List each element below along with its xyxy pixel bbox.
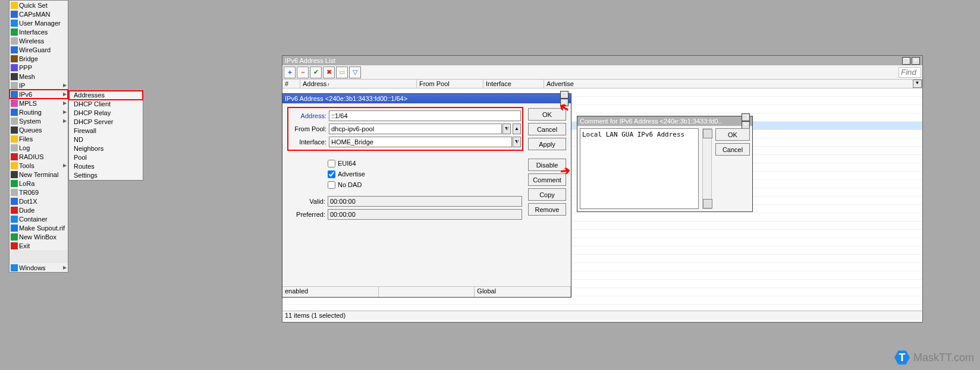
sidebar-item-newterminal[interactable]: New Terminal — [10, 170, 68, 179]
interface-input[interactable] — [329, 137, 512, 147]
list-titlebar[interactable]: IPv6 Address List ❐ ✕ — [282, 56, 922, 65]
sidebar-item-exit[interactable]: Exit — [10, 241, 68, 250]
sidebar-item-usermanager[interactable]: User Manager — [10, 18, 68, 27]
submenu-item-nd[interactable]: ND — [69, 135, 143, 144]
sidebar-item-container[interactable]: Container — [10, 214, 68, 223]
dude-icon — [11, 207, 18, 214]
sidebar-item-ip[interactable]: IP▶ — [10, 81, 68, 90]
nodad-label: No DAD — [338, 181, 362, 188]
frompool-dropdown-button[interactable]: ⧨ — [502, 124, 511, 134]
submenu-item-neighbors[interactable]: Neighbors — [69, 144, 143, 153]
remove-button[interactable]: Remove — [528, 203, 566, 216]
close-button[interactable]: ✕ — [912, 57, 920, 65]
sidebar-item-ipv6[interactable]: IPv6▶ — [10, 90, 68, 99]
sidebar-item-dude[interactable]: Dude — [10, 205, 68, 214]
eui64-checkbox[interactable] — [328, 160, 335, 167]
list-column-header: # Address/ From Pool Interface Advertise — [282, 80, 922, 88]
sidebar-item-log[interactable]: Log — [10, 143, 68, 152]
queues-icon — [11, 127, 18, 134]
ipv6-submenu: Addresses DHCP Client DHCP Relay DHCP Se… — [68, 90, 143, 181]
cancel-button[interactable]: Cancel — [528, 123, 566, 135]
disable-button[interactable]: ✖ — [323, 67, 335, 78]
sidebar-item-mesh[interactable]: Mesh — [10, 72, 68, 81]
find-input[interactable] — [899, 67, 921, 78]
col-address[interactable]: Address/ — [300, 80, 417, 88]
sidebar-item-system[interactable]: System▶ — [10, 116, 68, 125]
enable-button[interactable]: ✔ — [310, 67, 322, 78]
ipv6-icon — [11, 91, 18, 98]
sidebar-item-radius[interactable]: RADIUS — [10, 152, 68, 161]
nodad-checkbox[interactable] — [328, 181, 335, 189]
restore-button[interactable]: ❐ — [902, 57, 910, 65]
submenu-item-settings[interactable]: Settings — [69, 171, 143, 180]
sidebar-item-label: Bridge — [19, 55, 38, 62]
sidebar-item-windows[interactable]: Windows▶ — [10, 263, 68, 272]
column-menu-button[interactable]: ▼ — [913, 80, 922, 88]
submenu-item-firewall[interactable]: Firewall — [69, 127, 143, 135]
advertise-checkbox[interactable] — [328, 170, 335, 178]
comment-titlebar[interactable]: Comment for IPv6 Address <240e:3b1:3433:… — [577, 116, 752, 126]
sidebar-item-quickset[interactable]: Quick Set — [10, 1, 68, 10]
filter-button[interactable]: ▽ — [349, 67, 361, 78]
submenu-item-dhcprelay[interactable]: DHCP Relay — [69, 109, 143, 118]
winbox-icon — [11, 233, 18, 241]
comment-toolbar-button[interactable]: ▭ — [336, 67, 348, 78]
remove-button[interactable]: － — [297, 67, 309, 78]
sidebar-item-label: Mesh — [19, 73, 35, 80]
submenu-item-routes[interactable]: Routes — [69, 162, 143, 171]
add-button[interactable]: ＋ — [284, 67, 296, 78]
sidebar-item-interfaces[interactable]: Interfaces — [10, 27, 68, 36]
sidebar-item-label: LoRa — [19, 180, 34, 187]
sidebar-item-label: Windows — [19, 264, 46, 271]
sidebar-item-mpls[interactable]: MPLS▶ — [10, 99, 68, 107]
comment-cancel-button[interactable]: Cancel — [715, 143, 750, 156]
table-row[interactable] — [282, 296, 922, 305]
col-frompool[interactable]: From Pool — [417, 80, 483, 88]
comment-scrollbar[interactable] — [702, 128, 712, 209]
lora-icon — [11, 180, 18, 187]
interfaces-icon — [11, 29, 18, 36]
sidebar-item-ppp[interactable]: PPP — [10, 63, 68, 72]
sidebar-item-bridge[interactable]: Bridge — [10, 54, 68, 63]
sidebar-item-label: WireGuard — [19, 46, 51, 53]
list-statusbar: 11 items (1 selected) — [282, 311, 922, 320]
submenu-item-addresses[interactable]: Addresses — [69, 91, 143, 100]
frompool-clear-button[interactable]: ▲ — [513, 124, 521, 134]
col-advertise[interactable]: Advertise — [544, 80, 922, 88]
submenu-item-dhcpserver[interactable]: DHCP Server — [69, 118, 143, 127]
sidebar-item-files[interactable]: Files — [10, 134, 68, 143]
dialog-titlebar[interactable]: IPv6 Address <240e:3b1:3433:fd00::1/64> … — [282, 94, 571, 103]
sidebar-item-tools[interactable]: Tools▶ — [10, 161, 68, 170]
sidebar-item-dot1x[interactable]: Dot1X — [10, 197, 68, 205]
window-title: IPv6 Address List — [285, 57, 335, 64]
sidebar-item-label: User Manager — [19, 20, 61, 27]
restore-button[interactable]: ❐ — [742, 113, 750, 121]
x-icon: ✖ — [326, 68, 332, 76]
sidebar-item-lora[interactable]: LoRa — [10, 179, 68, 188]
col-hash[interactable]: # — [282, 80, 300, 88]
sidebar-item-wireguard[interactable]: WireGuard — [10, 45, 68, 54]
sidebar-item-capsman[interactable]: CAPsMAN — [10, 10, 68, 18]
comment-textarea[interactable] — [580, 128, 699, 209]
frompool-input[interactable] — [329, 124, 502, 134]
restore-button[interactable]: ❐ — [560, 91, 568, 99]
quickset-icon — [11, 2, 18, 9]
interface-dropdown-button[interactable]: ⧨ — [513, 137, 521, 147]
submenu-item-pool[interactable]: Pool — [69, 153, 143, 162]
sidebar-item-queues[interactable]: Queues — [10, 125, 68, 134]
comment-ok-button[interactable]: OK — [715, 128, 750, 141]
system-icon — [11, 118, 18, 125]
sidebar-item-tr069[interactable]: TR069 — [10, 188, 68, 197]
files-icon — [11, 135, 18, 143]
col-interface[interactable]: Interface — [483, 80, 544, 88]
sidebar-item-newwinbox[interactable]: New WinBox — [10, 232, 68, 241]
sidebar-item-wireless[interactable]: Wireless — [10, 36, 68, 45]
note-icon: ▭ — [339, 68, 345, 76]
copy-button[interactable]: Copy — [528, 188, 566, 201]
submenu-item-dhcpclient[interactable]: DHCP Client — [69, 100, 143, 109]
sidebar-item-routing[interactable]: Routing▶ — [10, 107, 68, 116]
apply-button[interactable]: Apply — [528, 138, 566, 150]
sidebar-item-makesupout[interactable]: Make Supout.rif — [10, 223, 68, 232]
address-input[interactable] — [329, 110, 521, 121]
dialog-statusbar: enabled Global — [282, 286, 571, 297]
